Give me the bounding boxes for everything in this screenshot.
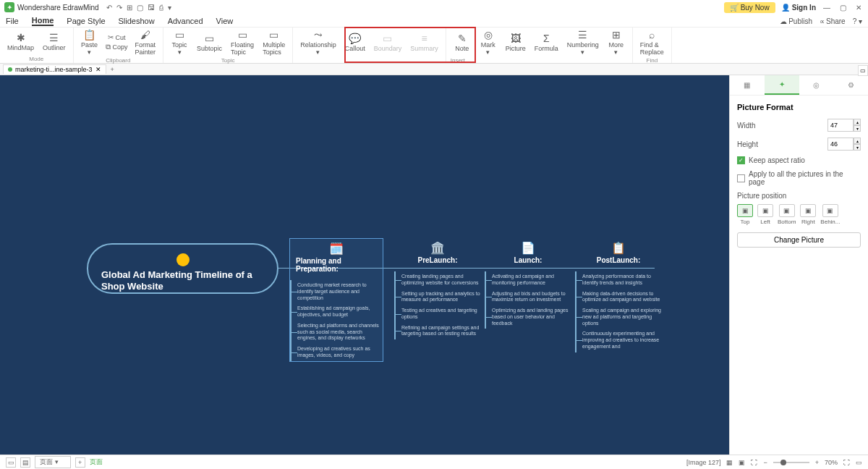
open-icon[interactable]: ▢ bbox=[137, 4, 143, 12]
list-item[interactable]: Testing ad creatives and targeting optio… bbox=[395, 305, 481, 323]
list-item[interactable]: Selecting ad platforms and channels such… bbox=[291, 321, 383, 344]
help-button[interactable]: ? ▾ bbox=[853, 17, 862, 25]
formula-button[interactable]: ΣFormula bbox=[530, 31, 563, 54]
more-button[interactable]: ⊞More▾ bbox=[603, 28, 629, 57]
cut-button[interactable]: ✂Cut bbox=[103, 33, 131, 42]
list-item[interactable]: Activating ad campaign and monitoring pe… bbox=[485, 271, 571, 289]
qat-more-icon[interactable]: ▾ bbox=[168, 4, 171, 12]
list-item[interactable]: Scaling ad campaign and exploring new ad… bbox=[576, 305, 662, 329]
branch-postlaunch[interactable]: 📋PostLaunch: Analyzing performance data … bbox=[575, 238, 662, 352]
width-input[interactable] bbox=[827, 119, 854, 132]
tab-close-icon[interactable]: ✕ bbox=[95, 66, 101, 73]
apply-all-checkbox[interactable]: Apply to all the pictures in the page bbox=[737, 170, 861, 186]
canvas[interactable]: Global Ad Marketing Timeline of a Shop W… bbox=[0, 75, 729, 455]
outliner-button[interactable]: ☰Outliner bbox=[38, 30, 70, 53]
new-icon[interactable]: ⊞ bbox=[127, 4, 132, 12]
width-up-icon[interactable]: ▴ bbox=[854, 119, 861, 125]
find-replace-button[interactable]: ⌕Find & Replace bbox=[636, 28, 668, 57]
menu-slideshow[interactable]: Slideshow bbox=[119, 17, 155, 25]
format-painter-button[interactable]: 🖌Format Painter bbox=[131, 28, 161, 57]
paste-button[interactable]: 📋Paste▾ bbox=[77, 28, 103, 57]
branch-prelaunch[interactable]: 🏛️PreLaunch: Creating landing pages and … bbox=[394, 238, 481, 339]
sign-in-button[interactable]: 👤 Sign In bbox=[781, 4, 816, 12]
mindmap-button[interactable]: ✱MindMap bbox=[3, 30, 38, 53]
pos-top-button[interactable]: ▣Top bbox=[737, 204, 753, 225]
note-button[interactable]: ✎Note bbox=[449, 31, 475, 54]
presentation-icon[interactable]: ▭ bbox=[856, 459, 862, 466]
pos-left-button[interactable]: ▣Left bbox=[757, 204, 773, 225]
keep-aspect-checkbox[interactable]: ✓Keep aspect ratio bbox=[737, 156, 861, 164]
zoom-in-button[interactable]: + bbox=[815, 459, 819, 466]
list-item[interactable]: Creating landing pages and optimizing we… bbox=[395, 271, 481, 289]
publish-button[interactable]: ☁ Publish bbox=[780, 17, 812, 25]
picture-button[interactable]: 🖼Picture bbox=[501, 31, 530, 54]
maximize-icon[interactable]: ▢ bbox=[838, 2, 848, 12]
view-page-button[interactable]: ▤ bbox=[20, 457, 30, 468]
menu-page-style[interactable]: Page Style bbox=[67, 17, 105, 25]
menu-advanced[interactable]: Advanced bbox=[168, 17, 203, 25]
root-node[interactable]: Global Ad Marketing Timeline of a Shop W… bbox=[87, 243, 278, 294]
panel-tab-settings[interactable]: ⚙ bbox=[833, 75, 868, 95]
panel-collapse-button[interactable]: ▭ bbox=[858, 65, 868, 76]
view-mode-1-icon[interactable]: ▦ bbox=[726, 459, 733, 466]
save-icon[interactable]: 🖫 bbox=[148, 4, 155, 12]
zoom-handle[interactable] bbox=[780, 460, 786, 465]
height-down-icon[interactable]: ▾ bbox=[854, 144, 861, 151]
zoom-out-button[interactable]: − bbox=[763, 459, 767, 466]
view-outline-button[interactable]: ▭ bbox=[6, 457, 16, 468]
print-icon[interactable]: ⎙ bbox=[159, 4, 163, 12]
change-picture-button[interactable]: Change Picture bbox=[737, 232, 861, 248]
numbering-button[interactable]: ☰Numbering▾ bbox=[563, 28, 603, 57]
close-icon[interactable]: ✕ bbox=[854, 2, 864, 12]
list-item[interactable]: Optimizing ads and landing pages based o… bbox=[485, 305, 571, 329]
list-item[interactable]: Continuously experimenting and improving… bbox=[576, 329, 662, 352]
list-item[interactable]: Developing ad creatives such as images, … bbox=[291, 344, 383, 361]
mark-button[interactable]: ◎Mark▾ bbox=[475, 28, 501, 57]
menu-file[interactable]: File bbox=[6, 17, 19, 25]
relationship-button[interactable]: ⤳Relationship▾ bbox=[296, 28, 341, 57]
height-input[interactable] bbox=[827, 138, 854, 151]
branch-launch[interactable]: 📄Launch: Activating ad campaign and moni… bbox=[485, 238, 571, 329]
redo-icon[interactable]: ↷ bbox=[116, 4, 122, 12]
list-item[interactable]: Refining ad campaign settings and target… bbox=[395, 323, 481, 340]
add-tab-button[interactable]: + bbox=[111, 66, 114, 73]
list-item[interactable]: Adjusting ad bids and budgets to maximiz… bbox=[485, 289, 571, 306]
page-selector[interactable]: 页面 ▾ bbox=[35, 456, 71, 468]
floating-topic-button[interactable]: ▭Floating Topic bbox=[226, 28, 258, 57]
launch-icon: 📄 bbox=[521, 241, 535, 255]
panel-tab-picture[interactable]: ✦ bbox=[765, 75, 799, 95]
list-item[interactable]: Making data-driven decisions to optimize… bbox=[576, 289, 662, 306]
fullscreen-icon[interactable]: ⛶ bbox=[843, 459, 850, 466]
pos-right-button[interactable]: ▣Right bbox=[800, 204, 816, 225]
pos-bottom-button[interactable]: ▣Bottom bbox=[778, 204, 796, 225]
list-item[interactable]: Establishing ad campaign goals, objectiv… bbox=[291, 303, 383, 321]
panel-tab-style[interactable]: ▦ bbox=[730, 75, 765, 95]
share-button[interactable]: ∝ Share bbox=[820, 17, 846, 25]
callout-button[interactable]: 💬Callout bbox=[341, 31, 370, 54]
topic-button[interactable]: ▭Topic▾ bbox=[166, 28, 192, 57]
menu-home[interactable]: Home bbox=[32, 16, 54, 26]
copy-button[interactable]: ⧉Copy bbox=[103, 42, 131, 52]
height-up-icon[interactable]: ▴ bbox=[854, 138, 861, 144]
outliner-icon: ☰ bbox=[49, 32, 59, 43]
minimize-icon[interactable]: — bbox=[822, 2, 832, 12]
branch-planning[interactable]: 🗓️Planning and Preparation: Conducting m… bbox=[289, 238, 383, 362]
multiple-topics-button[interactable]: ▭Multiple Topics bbox=[258, 28, 289, 57]
width-down-icon[interactable]: ▾ bbox=[854, 125, 861, 132]
list-item[interactable]: Conducting market research to identify t… bbox=[291, 280, 383, 303]
panel-tab-tag[interactable]: ◎ bbox=[799, 75, 834, 95]
document-tab[interactable]: marketing-ti...ine-sample-3 ✕ bbox=[3, 64, 106, 74]
buy-now-button[interactable]: 🛒 Buy Now bbox=[724, 2, 775, 13]
undo-icon[interactable]: ↶ bbox=[106, 4, 112, 12]
subtopic-button[interactable]: ▭Subtopic bbox=[192, 31, 226, 54]
boundary-button[interactable]: ▭Boundary bbox=[370, 31, 407, 54]
zoom-slider[interactable] bbox=[773, 462, 809, 463]
list-item[interactable]: Analyzing performance data to identify t… bbox=[576, 271, 662, 289]
add-page-button[interactable]: + bbox=[75, 457, 85, 468]
menu-view[interactable]: View bbox=[216, 17, 234, 25]
fit-screen-icon[interactable]: ⛶ bbox=[751, 459, 757, 466]
list-item[interactable]: Setting up tracking and analytics to mea… bbox=[395, 289, 481, 306]
summary-button[interactable]: ≡Summary bbox=[406, 31, 443, 54]
view-mode-2-icon[interactable]: ▣ bbox=[739, 459, 745, 466]
pos-behind-button[interactable]: ▣Behin... bbox=[820, 204, 840, 225]
